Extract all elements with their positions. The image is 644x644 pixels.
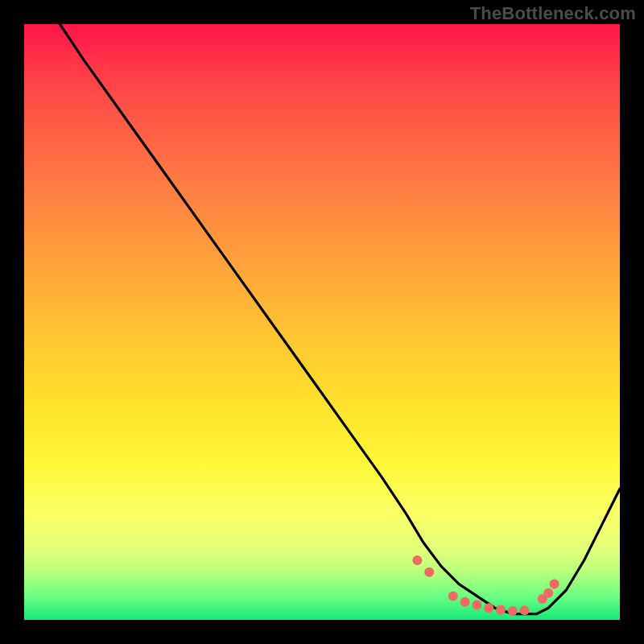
- chart-svg: [24, 24, 620, 620]
- chart-frame: TheBottleneck.com: [0, 0, 644, 644]
- bottleneck-curve-path: [60, 24, 620, 614]
- highlight-dot: [460, 597, 470, 607]
- highlight-dot: [508, 606, 518, 616]
- highlight-dot: [448, 591, 458, 601]
- highlight-dots-group: [412, 555, 559, 616]
- highlight-dot: [424, 568, 434, 577]
- highlight-dot: [543, 588, 553, 598]
- highlight-dot: [496, 605, 506, 614]
- highlight-dot: [484, 603, 493, 613]
- highlight-dot: [472, 601, 481, 610]
- watermark-text: TheBottleneck.com: [470, 3, 636, 24]
- plot-area: [24, 24, 620, 620]
- highlight-dot: [550, 580, 559, 589]
- highlight-dot: [520, 605, 530, 615]
- highlight-dot: [412, 555, 422, 565]
